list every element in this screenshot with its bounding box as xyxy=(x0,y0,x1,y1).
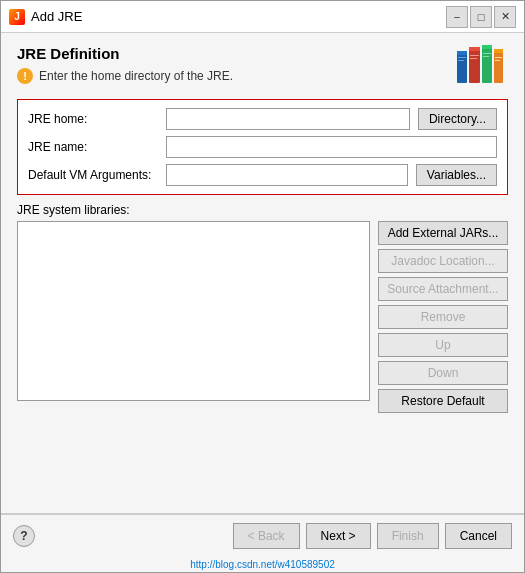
source-attachment-button[interactable]: Source Attachment... xyxy=(378,277,508,301)
svg-rect-4 xyxy=(469,47,480,83)
default-vm-label: Default VM Arguments: xyxy=(28,168,158,182)
jre-name-input[interactable] xyxy=(166,136,497,158)
libraries-content: Add External JARs... Javadoc Location...… xyxy=(17,221,508,501)
svg-rect-1 xyxy=(457,51,467,55)
warning-icon: ! xyxy=(17,68,33,84)
header-left: JRE Definition ! Enter the home director… xyxy=(17,45,452,84)
close-button[interactable]: ✕ xyxy=(494,6,516,28)
finish-button[interactable]: Finish xyxy=(377,523,439,549)
title-bar-left: J Add JRE xyxy=(9,9,82,25)
jre-home-label: JRE home: xyxy=(28,112,158,126)
main-content: JRE Definition ! Enter the home director… xyxy=(1,33,524,513)
libraries-section: JRE system libraries: Add External JARs.… xyxy=(17,203,508,501)
minimize-button[interactable]: − xyxy=(446,6,468,28)
header-section: JRE Definition ! Enter the home director… xyxy=(17,45,508,89)
svg-rect-15 xyxy=(495,60,500,61)
svg-rect-2 xyxy=(458,57,466,58)
remove-button[interactable]: Remove xyxy=(378,305,508,329)
javadoc-location-button[interactable]: Javadoc Location... xyxy=(378,249,508,273)
directory-button[interactable]: Directory... xyxy=(418,108,497,130)
svg-rect-5 xyxy=(469,47,480,51)
variables-button[interactable]: Variables... xyxy=(416,164,497,186)
watermark: http://blog.csdn.net/w410589502 xyxy=(1,557,524,572)
bottom-right: < Back Next > Finish Cancel xyxy=(233,523,512,549)
bottom-left: ? xyxy=(13,525,35,547)
add-external-jars-button[interactable]: Add External JARs... xyxy=(378,221,508,245)
maximize-button[interactable]: □ xyxy=(470,6,492,28)
next-button[interactable]: Next > xyxy=(306,523,371,549)
jre-name-label: JRE name: xyxy=(28,140,158,154)
libraries-label: JRE system libraries: xyxy=(17,203,508,217)
window-title: Add JRE xyxy=(31,9,82,24)
svg-rect-0 xyxy=(457,51,467,83)
svg-rect-7 xyxy=(470,58,477,59)
app-icon: J xyxy=(9,9,25,25)
default-vm-input[interactable] xyxy=(166,164,408,186)
warning-row: ! Enter the home directory of the JRE. xyxy=(17,68,452,84)
warning-text: Enter the home directory of the JRE. xyxy=(39,69,233,83)
add-jre-window: J Add JRE − □ ✕ JRE Definition ! Enter t… xyxy=(0,0,525,573)
restore-default-button[interactable]: Restore Default xyxy=(378,389,508,413)
down-button[interactable]: Down xyxy=(378,361,508,385)
svg-rect-14 xyxy=(495,57,502,58)
libraries-buttons: Add External JARs... Javadoc Location...… xyxy=(378,221,508,501)
page-title: JRE Definition xyxy=(17,45,452,62)
form-section: JRE home: Directory... JRE name: Default… xyxy=(17,99,508,195)
svg-rect-9 xyxy=(482,45,492,49)
svg-rect-6 xyxy=(470,55,479,56)
title-bar-controls: − □ ✕ xyxy=(446,6,516,28)
jre-home-row: JRE home: Directory... xyxy=(28,108,497,130)
svg-rect-8 xyxy=(482,45,492,83)
libraries-list[interactable] xyxy=(17,221,370,401)
back-button[interactable]: < Back xyxy=(233,523,300,549)
svg-rect-10 xyxy=(483,53,491,54)
svg-rect-12 xyxy=(494,49,503,83)
title-bar: J Add JRE − □ ✕ xyxy=(1,1,524,33)
help-button[interactable]: ? xyxy=(13,525,35,547)
svg-rect-11 xyxy=(483,56,489,57)
up-button[interactable]: Up xyxy=(378,333,508,357)
svg-rect-3 xyxy=(458,60,464,61)
books-icon xyxy=(452,41,508,89)
default-vm-row: Default VM Arguments: Variables... xyxy=(28,164,497,186)
cancel-button[interactable]: Cancel xyxy=(445,523,512,549)
jre-home-input[interactable] xyxy=(166,108,410,130)
bottom-bar: ? < Back Next > Finish Cancel xyxy=(1,514,524,557)
jre-name-row: JRE name: xyxy=(28,136,497,158)
svg-rect-13 xyxy=(494,49,503,53)
